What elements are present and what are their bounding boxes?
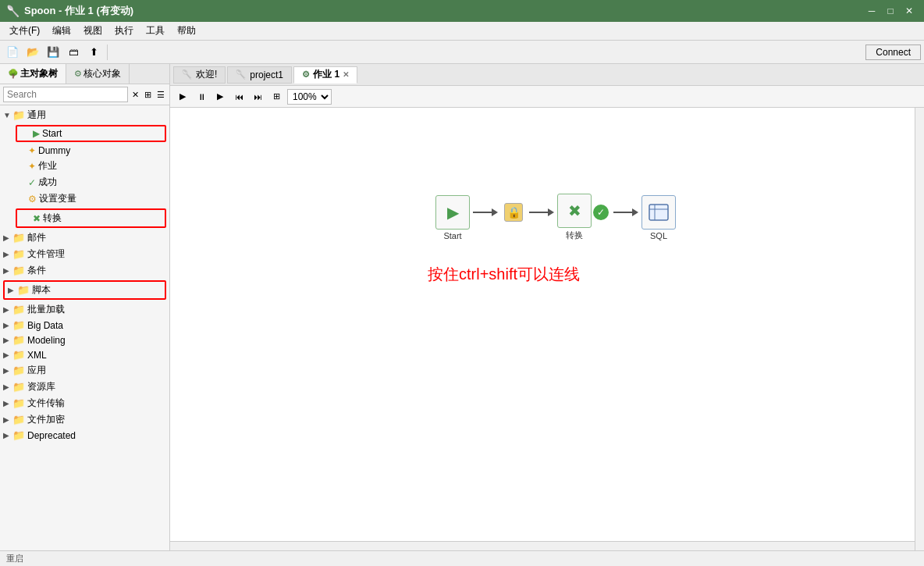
folder-icon: 📁	[12, 334, 25, 346]
pause-button[interactable]: ⏸	[194, 89, 209, 105]
close-button[interactable]: ✕	[901, 2, 918, 20]
tree-group-xml[interactable]: ▶ 📁 XML	[0, 347, 169, 362]
modeling-label: Modeling	[27, 335, 66, 346]
tree-group-condition[interactable]: ▶ 📁 条件	[0, 262, 169, 279]
tab-core-objects[interactable]: ⚙ 核心对象	[66, 64, 130, 84]
start-label: Start	[42, 128, 62, 139]
menubar: 文件(F) 编辑 视图 执行 工具 帮助	[0, 22, 924, 41]
mail-label: 邮件	[27, 231, 46, 244]
main-tab-icon: 🌳	[8, 69, 19, 79]
tree-item-setvar[interactable]: ⚙ 设置变量	[12, 190, 169, 207]
menu-edit[interactable]: 编辑	[46, 23, 77, 39]
tree-group-filemanage[interactable]: ▶ 📁 文件管理	[0, 246, 169, 262]
setvar-icon: ⚙	[28, 194, 37, 205]
tree-group-mail[interactable]: ▶ 📁 邮件	[0, 230, 169, 246]
tree-group-repo[interactable]: ▶ 📁 资源库	[0, 379, 169, 395]
expand-icon: ▶	[3, 233, 12, 242]
tabs-bar: 🥄 欢迎! 🥄 project1 ⚙ 作业 1 ✕	[170, 64, 924, 86]
menu-view[interactable]: 视图	[77, 23, 108, 39]
folder-icon: 📁	[12, 319, 25, 331]
expand-icon: ▼	[3, 111, 12, 119]
new-button[interactable]: 📄	[3, 43, 22, 62]
tree-group-modeling[interactable]: ▶ 📁 Modeling	[0, 333, 169, 347]
tree-group-bigdata[interactable]: ▶ 📁 Big Data	[0, 318, 169, 333]
expand-icon: ▶	[3, 305, 12, 314]
folder-icon: 📁	[12, 414, 25, 425]
saveas-button[interactable]: 🗃	[64, 43, 83, 62]
group-label: 通用	[27, 109, 46, 122]
open-button[interactable]: 📂	[23, 43, 42, 62]
svg-rect-0	[649, 205, 668, 220]
stop-button[interactable]: ▶	[212, 89, 228, 105]
search-input[interactable]	[3, 87, 128, 102]
node-start-label: Start	[443, 231, 461, 240]
tree-general-children: ▶ Start ✦ Dummy ✦ 作业 ✓	[0, 125, 169, 228]
scrollbar-horizontal[interactable]	[170, 541, 915, 550]
spoon-icon: 🥄	[6, 5, 20, 17]
connect-button[interactable]: Connect	[865, 44, 921, 60]
tree-group-bulkload[interactable]: ▶ 📁 批量加载	[0, 301, 169, 318]
zoom-select[interactable]: 50% 75% 100% 125% 150% 200%	[287, 89, 332, 105]
tree-item-dummy[interactable]: ✦ Dummy	[12, 144, 169, 158]
bigdata-label: Big Data	[27, 320, 63, 331]
app-label: 应用	[27, 364, 46, 377]
node-transform-box: ✖	[557, 194, 592, 228]
menu-file[interactable]: 文件(F)	[3, 23, 46, 39]
folder-icon: 📁	[12, 304, 25, 315]
scrollbar-vertical[interactable]	[915, 108, 924, 550]
titlebar-title: Spoon - 作业 1 (有变动)	[24, 4, 133, 18]
tree-group-filetransfer[interactable]: ▶ 📁 文件传输	[0, 395, 169, 411]
transform-label: 转换	[43, 212, 62, 225]
maximize-button[interactable]: □	[882, 2, 899, 20]
node-start-box: ▶	[435, 195, 470, 230]
core-tab-icon: ⚙	[74, 69, 82, 79]
arrow1	[473, 208, 498, 216]
expand-icon: ▶	[3, 431, 12, 440]
node-transform[interactable]: ✖ 转换	[557, 194, 592, 241]
search-clear-button[interactable]: ✕	[130, 87, 140, 101]
tree-item-transform[interactable]: ✖ 转换	[16, 208, 166, 228]
search-expand-button[interactable]: ⊞	[143, 87, 153, 101]
dummy-icon: ✦	[28, 145, 36, 156]
statusbar: 重启	[0, 550, 924, 566]
setvar-label: 设置变量	[39, 192, 76, 205]
tree-item-success[interactable]: ✓ 成功	[12, 174, 169, 190]
minimize-button[interactable]: ─	[863, 2, 880, 20]
tab-close-icon[interactable]: ✕	[343, 70, 349, 79]
tree-group-deprecated[interactable]: ▶ 📁 Deprecated	[0, 428, 169, 443]
tab-main-objects[interactable]: 🌳 主对象树	[0, 64, 66, 84]
menu-tools[interactable]: 工具	[140, 23, 171, 39]
repo-label: 资源库	[27, 380, 55, 393]
tab-welcome[interactable]: 🥄 欢迎!	[173, 66, 226, 84]
tree-group-fileencrypt[interactable]: ▶ 📁 文件加密	[0, 411, 169, 428]
rewind-button[interactable]: ⏮	[231, 89, 247, 105]
menu-run[interactable]: 执行	[108, 23, 140, 39]
tree-item-job[interactable]: ✦ 作业	[12, 158, 169, 174]
status-text: 重启	[6, 553, 23, 564]
arrow-line	[613, 212, 632, 213]
play-button[interactable]: ▶	[175, 89, 190, 105]
node-sql[interactable]: SQL	[641, 195, 676, 240]
titlebar-left: 🥄 Spoon - 作业 1 (有变动)	[6, 4, 133, 18]
tree-item-start[interactable]: ▶ Start	[16, 125, 166, 142]
menu-help[interactable]: 帮助	[171, 23, 202, 39]
tree-group-general[interactable]: ▼ 📁 通用	[0, 107, 169, 123]
tab-project1[interactable]: 🥄 project1	[227, 66, 292, 84]
forward-button[interactable]: ⏭	[250, 89, 265, 105]
arrow-head	[632, 208, 638, 216]
transform-icon: ✖	[33, 213, 41, 224]
hint-text: 按住ctrl+shift可以连线	[428, 264, 580, 285]
tab-job1[interactable]: ⚙ 作业 1 ✕	[293, 66, 357, 84]
save-button[interactable]: 💾	[44, 43, 62, 62]
job-icon: ✦	[28, 161, 36, 172]
filetransfer-label: 文件传输	[27, 397, 65, 410]
sidebar-tabs: 🌳 主对象树 ⚙ 核心对象	[0, 64, 169, 84]
grid-button[interactable]: ⊞	[268, 89, 284, 105]
fileencrypt-label: 文件加密	[27, 413, 65, 426]
tree-group-app[interactable]: ▶ 📁 应用	[0, 362, 169, 379]
tree-group-script[interactable]: ▶ 📁 脚本	[3, 280, 166, 300]
export-button[interactable]: ⬆	[84, 43, 103, 62]
folder-icon: 📁	[17, 284, 30, 296]
search-options-button[interactable]: ☰	[156, 87, 166, 101]
node-start[interactable]: ▶ Start	[435, 195, 470, 240]
